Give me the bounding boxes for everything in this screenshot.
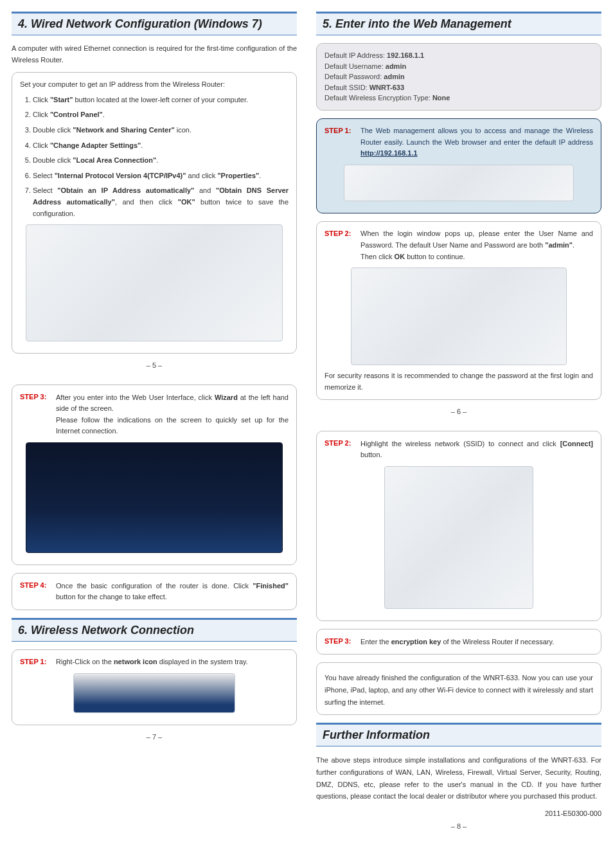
web-step4-box: STEP 4: Once the basic configuration of … xyxy=(12,573,297,610)
default-ip-link: http://192.168.1.1 xyxy=(360,149,418,157)
wireless-step-2-body: Highlight the wireless network (SSID) to… xyxy=(324,439,593,461)
web-step1-box: STEP 1: The Web management allows you to… xyxy=(316,118,601,213)
wireless-step1-box: STEP 1: Right-Click on the network icon … xyxy=(12,649,297,725)
web-step-1-label: STEP 1: xyxy=(324,127,351,134)
page-number-8: – 8 – xyxy=(316,822,601,830)
wireless-step-2-label: STEP 2: xyxy=(324,439,351,447)
step-3-label: STEP 3: xyxy=(20,393,46,401)
step-4-body: Once the basic configuration of the rout… xyxy=(20,581,289,603)
page-number-5: – 5 – xyxy=(12,361,297,369)
step-2: Click "Control Panel". xyxy=(33,109,289,121)
wireless-step2-box: STEP 2: Highlight the wireless network (… xyxy=(316,431,601,621)
step-7: Select "Obtain an IP Address automatical… xyxy=(33,185,289,219)
section-4-intro: A computer with wired Ethernet connectio… xyxy=(12,43,297,66)
web-step3-box: STEP 3: After you enter into the Web Use… xyxy=(12,384,297,565)
closing-text: You have already finished the configurat… xyxy=(324,672,593,708)
step-4: Click "Change Adapter Settings". xyxy=(33,140,289,152)
wifi-list-screenshot xyxy=(384,466,533,609)
web-step-2-label: STEP 2: xyxy=(324,230,351,237)
web-step-1-body: The Web management allows you to access … xyxy=(324,125,593,159)
wireless-step-1-label: STEP 1: xyxy=(20,658,46,665)
wireless-step-3-label: STEP 3: xyxy=(324,637,351,645)
section-4-steps-box: Set your computer to get an IP address f… xyxy=(12,72,297,354)
security-note: For security reasons it is recommended t… xyxy=(324,370,593,393)
section-4-heading: 4. Wired Network Configuration (Windows … xyxy=(12,12,297,35)
section-5-heading: 5. Enter into the Web Management xyxy=(316,12,601,35)
box-lead-text: Set your computer to get an IP address f… xyxy=(20,79,289,91)
web-step-2-body: When the login window pops up, please en… xyxy=(324,228,593,262)
defaults-box: Default IP Address: 192.168.1.1 Default … xyxy=(316,43,601,111)
system-tray-screenshot xyxy=(73,673,236,713)
part-number: 2011-E50300-000 xyxy=(316,809,601,817)
browser-address-bar-screenshot xyxy=(344,165,573,201)
wireless-step-3-body: Enter the encryption key of the Wireless… xyxy=(324,637,593,648)
step-6: Select "Internal Protocol Version 4(TCP/… xyxy=(33,170,289,182)
page-number-6: – 6 – xyxy=(316,408,601,415)
windows-steps-list: Click "Start" button located at the lowe… xyxy=(20,95,289,219)
step-5: Double click "Local Area Connection". xyxy=(33,155,289,167)
step-4-label: STEP 4: xyxy=(20,581,46,589)
router-wizard-screenshot xyxy=(26,442,282,553)
login-dialog-screenshot xyxy=(351,267,567,365)
further-info-heading: Further Information xyxy=(316,723,601,746)
closing-box: You have already finished the configurat… xyxy=(316,662,601,715)
web-step2-box: STEP 2: When the login window pops up, p… xyxy=(316,221,601,401)
further-info-body: The above steps introduce simple install… xyxy=(316,754,601,802)
wireless-step-1-body: Right-Click on the network icon displaye… xyxy=(20,656,289,668)
wireless-step3-box: STEP 3: Enter the encryption key of the … xyxy=(316,629,601,655)
tcpip-dialogs-screenshot xyxy=(26,224,282,341)
step-1: Click "Start" button located at the lowe… xyxy=(33,95,289,106)
page-number-7: – 7 – xyxy=(12,733,297,741)
section-6-heading: 6. Wireless Network Connection xyxy=(12,618,297,642)
step-3: Double click "Network and Sharing Center… xyxy=(33,125,289,136)
step-3-body: After you enter into the Web User Interf… xyxy=(20,392,289,437)
